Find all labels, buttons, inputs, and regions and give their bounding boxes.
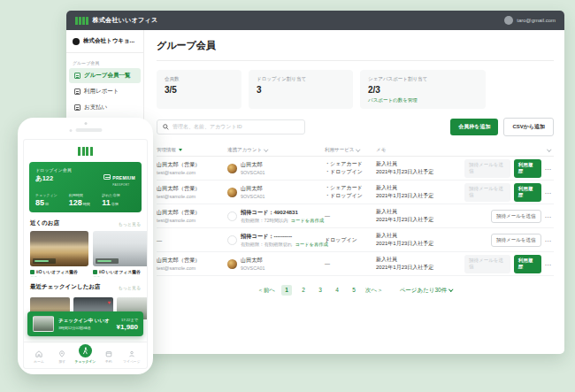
add-csv-button[interactable]: CSVから追加 [503,118,554,136]
admin-name: 山田太郎（営業） [157,209,227,217]
sidebar-section-label: グループ会員 [73,60,137,65]
row-more-button[interactable]: … [545,214,553,218]
row-more-button[interactable]: … [545,262,553,265]
account-id: 9OVSCA01 [241,265,264,271]
add-member-button[interactable]: 会員枠を追加 [450,119,498,135]
table-row: 山田太郎（営業） test@samole.com 山田太郎 9OVSCA01 ・… [157,181,554,204]
member-avatar [227,188,237,197]
calendar-icon [104,350,112,357]
tab-search[interactable]: 探す [51,350,73,364]
send-invite-button[interactable]: 招待メールを送信 [491,210,540,223]
admin-email: test@samole.com [157,170,227,175]
send-invite-button[interactable]: 招待メールを送信 [491,234,540,247]
sidebar-item-label: 利用レポート [84,88,119,96]
page-3-button[interactable]: 3 [315,285,326,296]
memo-line: 2021年1月23日入社予定 [376,240,464,248]
account-email: taro@gmail.com [517,18,556,23]
checkin-status-banner[interactable]: チェックイン中 いいオ 3時間12分02秒経過 17:22まで ¥1,980 [27,311,143,336]
col-services[interactable]: 利用サービス [325,147,376,153]
stat-shops: 訪れた店舗 11店舗 [102,193,135,207]
member-avatar [227,259,237,269]
memo-line: 2021年1月23日入社予定 [376,192,464,200]
service-item: ・シェアカード [325,160,376,168]
premium-badge: PREMIUM PASSPORT [104,167,135,187]
row-more-button[interactable]: … [545,190,553,194]
memo-line: 新入社員 [376,184,464,192]
col-admin-info[interactable]: 管理情報 [157,147,227,153]
sidebar-item-label: お支払い [84,104,107,111]
regenerate-code-link[interactable]: コードを再作成 [291,218,324,223]
sort-desc-icon [179,149,182,151]
phone-tabbar: ホーム 探す チェックイン 予約 [24,342,147,368]
nearby-more-link[interactable]: もっと見る [119,221,141,227]
memo-line: 新入社員 [376,232,464,240]
shop-status-tag [96,258,119,264]
memo-line: 2021年1月23日入社予定 [376,168,464,176]
usage-history-button[interactable]: 利用履歴 [514,159,541,178]
row-more-button[interactable]: … [545,166,553,170]
next-page-button[interactable]: 次へ＞ [365,287,383,295]
page-2-button[interactable]: 2 [298,285,309,296]
row-more-button[interactable]: … [545,238,553,242]
service-item: — [325,260,376,268]
manage-passport-link[interactable]: パスポートの数を管理 [368,97,478,104]
search-icon [163,124,169,130]
org-logo-icon [73,38,80,45]
shop-brand-icon [93,270,97,274]
sidebar-item-group-members[interactable]: グループ会員一覧 [69,68,141,83]
service-item: ・ドロップイン [325,192,376,200]
checkin-shop-photo [33,316,54,332]
main-content: グループ会員 会員数 3/5 ドロップイン割り当て 3 シェアパスポート割り当て… [144,30,564,354]
stat-label: ドロップイン割り当て [257,76,345,82]
tab-home[interactable]: ホーム [28,350,50,364]
map-pin-icon [58,350,66,357]
admin-name: 山田太郎（営業） [157,185,227,193]
tab-mypage[interactable]: マイページ [121,350,142,364]
col-memo[interactable]: メモ [376,147,464,153]
phone-camera-dot [84,122,87,125]
regenerate-code-link[interactable]: コードを再作成 [295,242,327,247]
tab-checkin[interactable]: チェックイン [74,348,96,364]
prev-page-button[interactable]: ＜前へ [257,287,275,295]
usage-history-button[interactable]: 利用履歴 [514,183,541,202]
page-4-button[interactable]: 4 [332,285,342,296]
members-table: 管理情報 連携アカウント 利用サービス メモ [157,144,554,276]
tab-reserve[interactable]: 予約 [98,350,119,364]
stat-card-dropin: ドロップイン割り当て 3 [249,70,353,109]
org-switcher[interactable]: 株式会社トウキョ... [66,30,143,53]
account-menu[interactable]: taro@gmail.com [504,16,556,25]
pagination: ＜前へ 1 2 3 4 5 次へ＞ ページあたり30件 [157,285,554,296]
account-name: 山田太郎 [241,257,264,265]
brand: 株式会社いいオフィス [75,16,157,25]
stats-cards: 会員数 3/5 ドロップイン割り当て 3 シェアパスポート割り当て 2/3 パス… [157,70,554,109]
invite-code: 招待コード：---------- [241,233,328,241]
col-linked-account[interactable]: 連携アカウント [227,147,325,153]
usage-history-button[interactable]: 利用履歴 [514,255,541,273]
shop-card[interactable]: iiO いいオフィス鶯谷 営業時間 07:00-19:00 [93,231,147,277]
stat-value: 2/3 [368,85,478,95]
stat-checkins: チェックイン 85回 [35,193,69,207]
col-actions[interactable] [464,150,554,151]
search-input[interactable]: 管理名、名前、アカウントID [157,119,305,135]
membership-type: ドロップイン会員 [35,167,72,173]
account-name: 山田太郎 [241,161,264,169]
hours-label: 営業時間 [93,276,108,278]
shop-card[interactable]: iiO いいオフィス鶯谷 営業時間 07:00-19:00 [30,231,88,277]
page-5-button[interactable]: 5 [349,285,359,296]
checkin-until: 17:22まで [117,318,138,322]
favorite-heart-icon[interactable]: ♥ [107,300,111,305]
per-page-select[interactable]: ページあたり30件 [400,287,453,295]
walking-person-icon [79,344,92,357]
invite-expiry: 有効期限：72時間以内 [241,218,288,223]
user-icon [127,350,135,357]
sidebar-item-usage-report[interactable]: 利用レポート [69,84,141,99]
nearby-shops-title: 近くのお店 [30,219,59,227]
recent-more-link[interactable]: もっと見る [119,285,141,290]
shop-photo [30,231,88,266]
service-item: — [325,212,376,220]
page-1-button[interactable]: 1 [281,285,292,296]
sidebar-item-payment[interactable]: お支払い [69,100,141,115]
service-item: ・ドロップイン [325,168,376,176]
memo-line: 2021年1月23日入社予定 [376,264,464,272]
stat-label: シェアパスポート割り当て [368,76,478,82]
